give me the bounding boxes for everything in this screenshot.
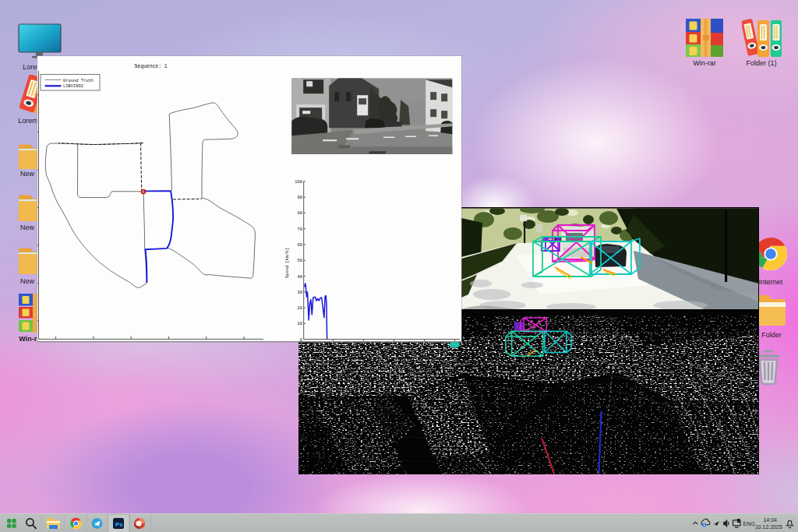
svg-text:Ground Truth: Ground Truth	[63, 79, 94, 83]
svg-text:50: 50	[298, 259, 302, 263]
svg-text:100: 100	[295, 180, 302, 185]
svg-text:40: 40	[298, 275, 302, 280]
svg-text:Sequence: 1: Sequence: 1	[135, 64, 168, 69]
svg-text:0: 0	[300, 338, 302, 341]
svg-text:Speed [km/h]: Speed [km/h]	[285, 248, 290, 278]
svg-text:70: 70	[298, 227, 302, 232]
svg-text:20: 20	[298, 306, 302, 311]
svg-text:LIBVISO2: LIBVISO2	[63, 84, 83, 89]
svg-text:30: 30	[298, 291, 302, 295]
svg-text:14:04: 14:04	[763, 517, 777, 523]
svg-text:10.12.2025: 10.12.2025	[755, 524, 782, 530]
svg-text:Ps: Ps	[115, 521, 123, 528]
svg-text:10: 10	[298, 322, 302, 326]
svg-text:ENG: ENG	[743, 521, 755, 527]
svg-text:90: 90	[298, 196, 302, 200]
svg-text:60: 60	[298, 243, 302, 248]
svg-text:80: 80	[298, 211, 302, 216]
